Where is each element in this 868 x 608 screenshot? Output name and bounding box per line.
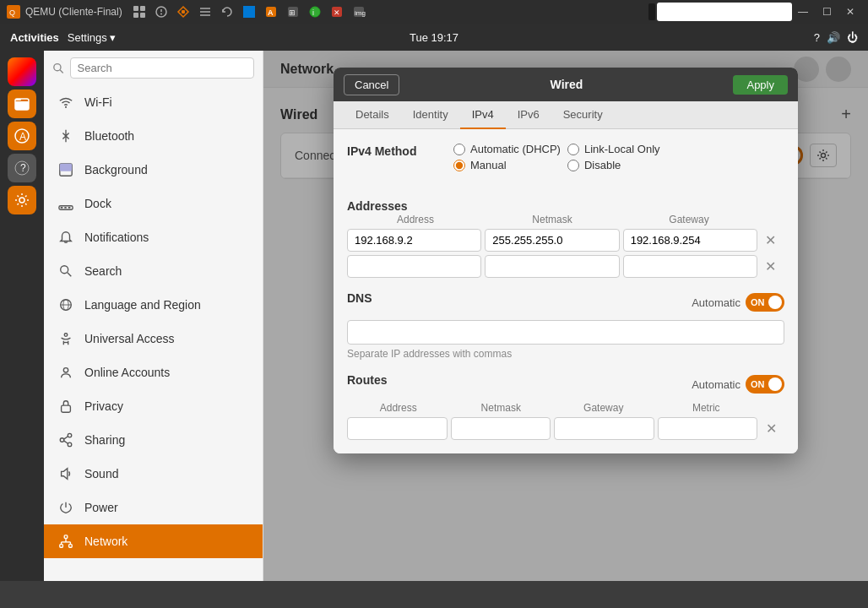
sidebar-item-sound[interactable]: Sound	[44, 457, 263, 491]
sidebar-item-power[interactable]: Power	[44, 491, 263, 524]
dialog-apply-button[interactable]: Apply	[733, 75, 788, 95]
window-controls: — ☐ ✕	[792, 3, 861, 20]
addr-row-0-remove[interactable]: ✕	[761, 231, 781, 251]
sidebar-item-network[interactable]: Network	[44, 524, 263, 558]
sidebar-item-sharing-label: Sharing	[84, 433, 125, 447]
toolbar-btn-b[interactable]: ⊞	[283, 2, 303, 22]
dns-toggle[interactable]: ON	[746, 293, 784, 312]
addr-row-1-gateway[interactable]	[623, 255, 757, 278]
svg-line-49	[64, 441, 68, 443]
routes-row-0: ✕	[347, 417, 784, 440]
routes-row-0-gateway[interactable]	[554, 417, 654, 440]
volume-icon[interactable]: 🔊	[827, 31, 840, 44]
sidebar-item-universal[interactable]: Universal Access	[44, 322, 263, 356]
search-icon	[57, 263, 74, 280]
tab-ipv6[interactable]: IPv6	[506, 101, 551, 129]
svg-text:?: ?	[20, 162, 26, 174]
svg-point-47	[68, 442, 72, 447]
routes-row-0-address[interactable]	[347, 417, 448, 440]
radio-link-local-label: Link-Local Only	[584, 143, 660, 155]
dns-input[interactable]	[347, 320, 784, 345]
sidebar-item-online-accounts[interactable]: Online Accounts	[44, 356, 263, 389]
radio-manual[interactable]: Manual	[453, 159, 561, 171]
language-icon	[57, 296, 74, 313]
addr-row-0-netmask[interactable]	[485, 229, 619, 252]
tab-security[interactable]: Security	[551, 101, 615, 129]
app-layout: A ? Wi-Fi Bluetooth	[0, 51, 868, 581]
radio-manual-label: Manual	[470, 159, 507, 171]
power-icon[interactable]: ⏻	[847, 31, 858, 44]
svg-rect-3	[140, 6, 145, 11]
radio-disable-label: Disable	[584, 159, 621, 171]
toolbar-btn-windows[interactable]	[239, 2, 259, 22]
settings-icon[interactable]	[8, 186, 36, 214]
close-button[interactable]: ✕	[839, 3, 861, 20]
svg-text:A: A	[268, 8, 274, 17]
sidebar-search-input[interactable]	[70, 57, 254, 79]
dns-label: DNS	[347, 291, 372, 305]
toolbar-btn-d[interactable]: ✕	[327, 2, 347, 22]
addr-row-1-netmask[interactable]	[485, 255, 619, 278]
sidebar-item-dock[interactable]: Dock	[44, 187, 263, 220]
accessibility-icon[interactable]: ?	[814, 31, 820, 44]
dns-auto-label: Automatic	[692, 296, 741, 309]
toolbar-btn-refresh[interactable]	[217, 2, 237, 22]
toolbar-search-input[interactable]	[657, 3, 792, 21]
minimize-button[interactable]: —	[792, 3, 814, 20]
routes-row-0-netmask[interactable]	[451, 417, 551, 440]
maximize-button[interactable]: ☐	[816, 3, 838, 20]
toolbar-btn-1[interactable]	[129, 2, 149, 22]
tab-details[interactable]: Details	[344, 101, 401, 129]
sidebar-item-privacy[interactable]: Privacy	[44, 389, 263, 423]
sidebar-item-language[interactable]: Language and Region	[44, 288, 263, 322]
ipv4-method-section: IPv4 Method Automatic (DHCP) Link-Local …	[347, 143, 784, 185]
svg-rect-35	[64, 207, 67, 209]
tab-identity[interactable]: Identity	[401, 101, 460, 129]
toolbar-btn-4[interactable]	[195, 2, 215, 22]
addr-row-1-address[interactable]	[347, 255, 481, 278]
toolbar-btn-e[interactable]: img	[349, 2, 369, 22]
routes-row-0-remove[interactable]: ✕	[761, 419, 781, 439]
sidebar-item-wifi[interactable]: Wi-Fi	[44, 85, 263, 119]
appstore-icon[interactable]: A	[8, 122, 36, 150]
dialog-cancel-button[interactable]: Cancel	[344, 74, 399, 95]
activities-button[interactable]: Activities	[10, 31, 59, 44]
toolbar-btn-3[interactable]	[173, 2, 193, 22]
sidebar-item-bluetooth[interactable]: Bluetooth	[44, 119, 263, 153]
routes-toggle-row: Automatic ON	[692, 375, 784, 394]
sidebar-item-sharing[interactable]: Sharing	[44, 423, 263, 457]
routes-header: Routes Automatic ON	[347, 373, 784, 395]
sidebar-item-power-label: Power	[84, 501, 118, 514]
svg-text:Q: Q	[9, 8, 15, 17]
svg-rect-51	[60, 545, 63, 548]
addr-row-0-address[interactable]	[347, 229, 481, 252]
sidebar-item-notifications[interactable]: Notifications	[44, 220, 263, 254]
addr-row-1-remove[interactable]: ✕	[761, 257, 781, 277]
dns-hint: Separate IP addresses with commas	[347, 348, 784, 360]
sidebar-item-notifications-label: Notifications	[84, 231, 149, 244]
toolbar-btn-c[interactable]: i	[305, 2, 325, 22]
routes-toggle[interactable]: ON	[746, 375, 784, 394]
help-icon[interactable]: ?	[8, 154, 36, 182]
svg-line-38	[68, 273, 72, 277]
routes-col-metric: Metric	[657, 402, 757, 414]
settings-menu[interactable]: Settings ▾	[68, 31, 116, 44]
tab-ipv4[interactable]: IPv4	[460, 101, 506, 129]
sidebar-item-sound-label: Sound	[84, 467, 118, 480]
files-icon[interactable]	[8, 90, 36, 118]
routes-row-0-metric[interactable]	[658, 417, 758, 440]
dns-toggle-knob	[768, 296, 782, 309]
sidebar-search-container	[44, 51, 263, 85]
radio-disable[interactable]: Disable	[567, 159, 675, 171]
toolbar-btn-a[interactable]: A	[261, 2, 281, 22]
wired-dialog: Cancel Wired Apply Details Identity IPv4…	[334, 68, 798, 453]
sidebar-item-search[interactable]: Search	[44, 254, 263, 288]
radio-link-local[interactable]: Link-Local Only	[567, 143, 675, 155]
addr-row-0-gateway[interactable]	[623, 229, 757, 252]
radio-automatic-dhcp[interactable]: Automatic (DHCP)	[453, 143, 561, 155]
toolbar-btn-2[interactable]	[151, 2, 171, 22]
firefox-icon[interactable]	[8, 57, 36, 86]
svg-rect-34	[61, 207, 63, 209]
sidebar-item-dock-label: Dock	[84, 197, 111, 210]
sidebar-item-background[interactable]: Background	[44, 153, 263, 187]
